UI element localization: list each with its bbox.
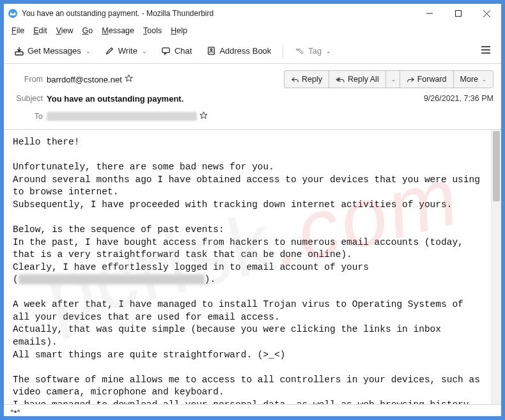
message-body-area: pcrisk.com Hello there! Unfortunately, t… bbox=[4, 130, 501, 404]
svg-point-9 bbox=[297, 49, 299, 51]
remote-content-icon[interactable] bbox=[10, 407, 20, 418]
message-header: From barrdoff@cstone.net Reply Reply All… bbox=[4, 64, 501, 130]
message-date: 9/26/2021, 7:36 PM bbox=[424, 94, 493, 103]
window-controls bbox=[415, 4, 501, 23]
menu-tools[interactable]: Tools bbox=[139, 25, 166, 36]
maximize-button[interactable] bbox=[444, 4, 472, 23]
body-p5: The software of mine allows me to access… bbox=[13, 375, 486, 404]
subject-label: Subject bbox=[12, 94, 47, 103]
star-icon[interactable] bbox=[125, 74, 133, 84]
body-redacted-email: xxxxxxxxxxxxxxxxxxxxxxxxxxxxxxxxx bbox=[19, 274, 205, 284]
svg-point-13 bbox=[15, 411, 16, 412]
body-p2: Unfortunately, there are some bad news f… bbox=[13, 162, 486, 210]
address-book-button[interactable]: Address Book bbox=[201, 43, 276, 59]
forward-label: Forward bbox=[417, 75, 447, 84]
subject-value: You have an outstanding payment. bbox=[47, 94, 183, 104]
toolbar: Get Messages ⌄ Write ⌄ Chat Address Book… bbox=[4, 38, 501, 64]
write-button[interactable]: Write ⌄ bbox=[100, 43, 152, 59]
body-p4: A week after that, I have managed to ins… bbox=[13, 299, 469, 359]
menu-edit[interactable]: Edit bbox=[29, 25, 51, 36]
chat-label: Chat bbox=[175, 46, 192, 56]
reply-all-dropdown[interactable]: ⌄ bbox=[385, 70, 400, 88]
menu-file[interactable]: File bbox=[8, 25, 28, 36]
tag-button[interactable]: Tag ⌄ bbox=[290, 43, 336, 59]
chat-button[interactable]: Chat bbox=[156, 43, 197, 59]
close-button[interactable] bbox=[472, 4, 501, 23]
minimize-button[interactable] bbox=[415, 4, 444, 23]
more-label: More bbox=[460, 75, 478, 84]
chevron-down-icon: ⌄ bbox=[142, 48, 147, 54]
titlebar: You have an outstanding payment. - Mozil… bbox=[4, 4, 501, 23]
message-body[interactable]: Hello there! Unfortunately, there are so… bbox=[4, 130, 491, 404]
reply-all-label: Reply All bbox=[348, 75, 379, 84]
star-icon[interactable] bbox=[199, 111, 208, 121]
app-menu-button[interactable] bbox=[476, 43, 496, 59]
menubar: File Edit View Go Message Tools Help bbox=[4, 23, 501, 38]
to-value-redacted bbox=[47, 112, 197, 121]
download-icon bbox=[14, 46, 24, 56]
reply-all-button[interactable]: Reply All bbox=[329, 70, 386, 88]
pencil-icon bbox=[105, 46, 115, 56]
get-messages-label: Get Messages bbox=[27, 46, 81, 56]
menu-message[interactable]: Message bbox=[98, 25, 138, 36]
more-button[interactable]: More ⌄ bbox=[453, 70, 493, 88]
forward-button[interactable]: Forward bbox=[400, 70, 454, 88]
svg-rect-6 bbox=[162, 48, 169, 53]
chevron-down-icon: ⌄ bbox=[86, 48, 91, 54]
reply-label: Reply bbox=[302, 75, 322, 84]
body-p3b: ). bbox=[205, 274, 215, 284]
svg-point-0 bbox=[8, 9, 17, 18]
address-book-icon bbox=[206, 46, 216, 56]
get-messages-button[interactable]: Get Messages ⌄ bbox=[9, 43, 96, 59]
scrollbar-thumb[interactable] bbox=[493, 131, 500, 201]
action-buttons: Reply Reply All ⌄ Forward More ⌄ bbox=[284, 70, 493, 88]
tag-label: Tag bbox=[308, 46, 322, 56]
chevron-down-icon: ⌄ bbox=[326, 48, 331, 54]
svg-rect-2 bbox=[455, 11, 461, 17]
from-label: From bbox=[12, 75, 47, 84]
svg-point-8 bbox=[210, 49, 212, 51]
tag-icon bbox=[295, 46, 305, 56]
reply-button[interactable]: Reply bbox=[284, 70, 329, 88]
svg-rect-5 bbox=[15, 52, 23, 55]
menu-help[interactable]: Help bbox=[167, 25, 191, 36]
app-icon bbox=[8, 8, 18, 19]
address-book-label: Address Book bbox=[219, 46, 271, 56]
separator bbox=[283, 44, 283, 58]
chat-icon bbox=[161, 46, 171, 56]
from-value[interactable]: barrdoff@cstone.net bbox=[47, 75, 122, 84]
menu-go[interactable]: Go bbox=[79, 25, 97, 36]
statusbar bbox=[4, 404, 501, 420]
menu-view[interactable]: View bbox=[52, 25, 77, 36]
write-label: Write bbox=[118, 46, 137, 56]
to-label: To bbox=[12, 112, 47, 121]
scrollbar[interactable] bbox=[491, 130, 501, 404]
window-title: You have an outstanding payment. - Mozil… bbox=[22, 9, 415, 18]
body-p1: Hello there! bbox=[13, 137, 79, 147]
